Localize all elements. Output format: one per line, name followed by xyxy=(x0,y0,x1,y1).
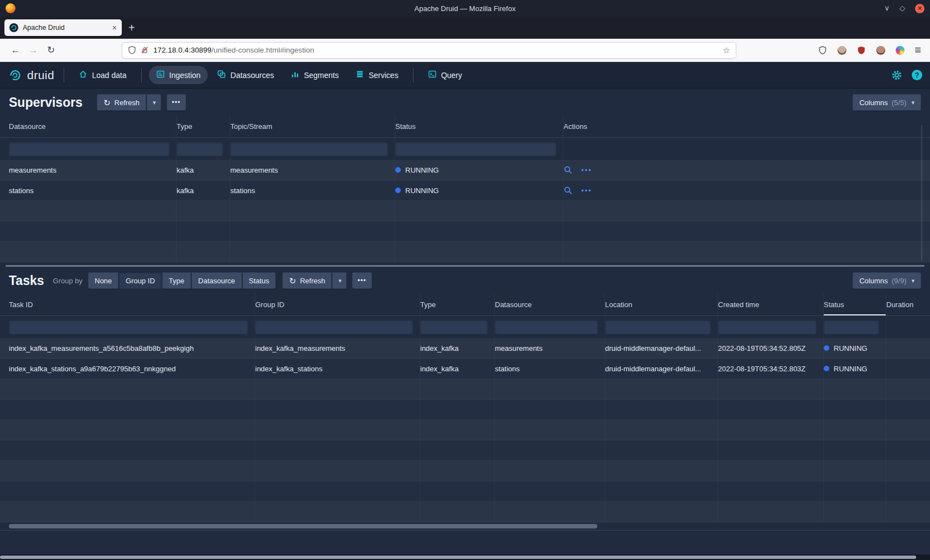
tasks-refresh-button[interactable]: ↻ Refresh xyxy=(282,272,332,289)
table-row[interactable]: stations kafka stations RUNNING ••• xyxy=(0,180,930,201)
tasks-more-button[interactable]: ••• xyxy=(352,272,372,289)
close-window-icon[interactable]: × xyxy=(915,4,924,13)
nav-label: Datasources xyxy=(230,71,274,80)
browser-tab[interactable]: Apache Druid × xyxy=(4,19,122,36)
magnifier-icon[interactable] xyxy=(564,186,572,195)
help-icon[interactable]: ? xyxy=(912,70,922,80)
supervisors-vscrollbar[interactable] xyxy=(921,125,922,261)
back-icon[interactable]: ← xyxy=(7,42,24,59)
tasks-refresh-caret-button[interactable]: ▾ xyxy=(332,272,347,289)
group-by-status-button[interactable]: Status xyxy=(242,272,276,289)
group-by-datasource-button[interactable]: Datasource xyxy=(192,272,241,289)
group-by-type-button[interactable]: Type xyxy=(162,272,191,289)
druid-logo[interactable]: druid xyxy=(8,68,54,82)
columns-count: (5/5) xyxy=(892,98,907,107)
supervisors-hscrollbar[interactable] xyxy=(6,265,924,267)
addon-avatar2-icon[interactable] xyxy=(876,45,886,55)
filter-type-input[interactable] xyxy=(177,142,223,156)
page-hscrollbar-thumb[interactable] xyxy=(0,556,916,559)
supervisors-more-button[interactable]: ••• xyxy=(167,94,187,111)
druid-mark-icon xyxy=(8,68,22,82)
empty-row xyxy=(0,221,930,242)
chevron-down-icon: ▾ xyxy=(911,99,914,106)
filter-topic-input[interactable] xyxy=(230,142,388,156)
filter-status-input[interactable] xyxy=(395,142,556,156)
window-titlebar: Apache Druid — Mozilla Firefox ∨ ◇ × xyxy=(0,0,930,17)
bookmark-star-icon[interactable]: ☆ xyxy=(723,45,730,55)
group-by-none-button[interactable]: None xyxy=(88,272,118,289)
magnifier-icon[interactable] xyxy=(564,165,572,174)
filter-created-time-input[interactable] xyxy=(718,320,817,334)
column-header-actions[interactable]: Actions xyxy=(564,115,921,137)
tab-datasources[interactable]: Datasources xyxy=(210,66,281,84)
empty-row xyxy=(0,481,930,502)
datasources-icon xyxy=(217,70,226,80)
supervisors-refresh-button[interactable]: ↻ Refresh xyxy=(97,94,146,111)
tab-segments[interactable]: Segments xyxy=(283,66,346,84)
supervisors-refresh-caret-button[interactable]: ▾ xyxy=(147,94,161,111)
nav-label: Services xyxy=(369,71,399,80)
tasks-hscrollbar-track xyxy=(0,530,930,531)
chevron-down-icon: ▾ xyxy=(153,99,156,106)
empty-row xyxy=(0,420,930,440)
gear-icon[interactable] xyxy=(891,70,902,81)
filter-status-input[interactable] xyxy=(824,320,879,334)
nav-label: Query xyxy=(441,71,462,80)
tasks-columns-button[interactable]: Columns (9/9) ▾ xyxy=(852,272,921,289)
status-dot-icon xyxy=(395,167,401,173)
column-header-duration[interactable]: Duration xyxy=(886,293,921,315)
druid-favicon xyxy=(9,23,18,32)
column-header-type[interactable]: Type xyxy=(420,293,495,315)
column-header-group-id[interactable]: Group ID xyxy=(255,293,420,315)
table-row[interactable]: index_kafka_stations_a9a679b22795b63_nnk… xyxy=(0,359,930,379)
group-by-group-id-button[interactable]: Group ID xyxy=(119,272,162,289)
menu-icon[interactable]: ≡ xyxy=(914,44,921,56)
forward-icon: → xyxy=(24,42,42,59)
column-header-location[interactable]: Location xyxy=(605,293,718,315)
addon-pinwheel-icon[interactable] xyxy=(895,45,905,55)
column-header-task-id[interactable]: Task ID xyxy=(9,293,255,315)
tab-ingestion[interactable]: Ingestion xyxy=(149,66,208,84)
addon-badge-icon[interactable] xyxy=(818,45,828,55)
cell-group-id: index_kafka_measurements xyxy=(255,338,420,358)
filter-type-input[interactable] xyxy=(420,320,488,334)
console-main: Supervisors ↻ Refresh ▾ ••• Columns (5/5… xyxy=(0,89,930,560)
nav-divider xyxy=(413,68,414,82)
tab-services[interactable]: Services xyxy=(348,66,406,84)
filter-location-input[interactable] xyxy=(605,320,711,334)
column-header-topic[interactable]: Topic/Stream xyxy=(230,115,395,137)
addon-avatar-icon[interactable] xyxy=(837,45,847,55)
cell-topic: stations xyxy=(230,180,395,200)
filter-group-id-input[interactable] xyxy=(255,320,413,334)
filter-task-id-input[interactable] xyxy=(9,320,248,334)
cell-status: RUNNING xyxy=(395,180,564,200)
column-header-status[interactable]: Status xyxy=(395,115,564,137)
table-row[interactable]: index_kafka_measurements_a5616c5ba8afb8b… xyxy=(0,338,930,359)
column-header-datasource[interactable]: Datasource xyxy=(9,115,177,137)
minimize-icon[interactable]: ∨ xyxy=(884,4,890,13)
supervisors-columns-button[interactable]: Columns (5/5) ▾ xyxy=(852,94,921,111)
filter-datasource-input[interactable] xyxy=(9,142,169,156)
maximize-icon[interactable]: ◇ xyxy=(900,4,905,13)
filter-datasource-input[interactable] xyxy=(495,320,598,334)
ublock-shield-icon[interactable] xyxy=(856,45,866,55)
empty-row xyxy=(0,201,930,221)
close-tab-icon[interactable]: × xyxy=(112,23,117,32)
reload-icon[interactable]: ↻ xyxy=(42,42,60,59)
new-tab-button[interactable]: + xyxy=(128,22,135,33)
column-header-created-time[interactable]: Created time xyxy=(718,293,824,315)
insecure-lock-icon[interactable] xyxy=(141,46,149,54)
table-row[interactable]: measurements kafka measurements RUNNING … xyxy=(0,160,930,180)
tab-query[interactable]: Query xyxy=(421,66,469,84)
column-header-datasource[interactable]: Datasource xyxy=(495,293,605,315)
column-header-type[interactable]: Type xyxy=(177,115,230,137)
empty-row xyxy=(0,400,930,420)
column-header-status[interactable]: Status xyxy=(824,293,886,315)
row-more-icon[interactable]: ••• xyxy=(581,166,592,174)
url-text: 172.18.0.4:30899/unified-console.html#in… xyxy=(153,46,719,54)
tab-load-data[interactable]: Load data xyxy=(71,66,133,84)
row-more-icon[interactable]: ••• xyxy=(581,186,592,195)
url-bar[interactable]: 172.18.0.4:30899/unified-console.html#in… xyxy=(122,42,736,59)
tasks-hscrollbar-thumb[interactable] xyxy=(9,524,597,528)
shield-icon[interactable] xyxy=(128,46,136,54)
